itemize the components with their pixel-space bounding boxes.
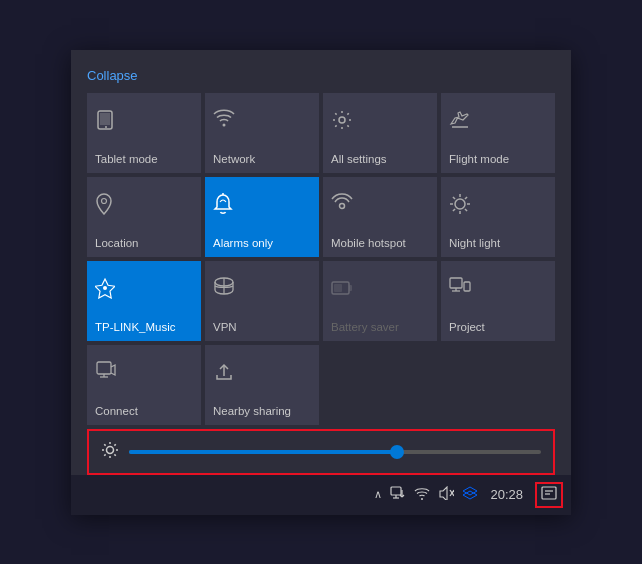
tile-location-label: Location [95, 237, 138, 251]
connect-icon [95, 361, 117, 386]
tp-link-icon [95, 277, 115, 304]
tile-tp-link[interactable]: TP-LINK_Music [87, 261, 201, 341]
svg-line-36 [104, 444, 105, 445]
svg-rect-24 [450, 278, 462, 288]
tile-vpn[interactable]: VPN [205, 261, 319, 341]
tiles-row-4: Connect Nearby sharing [87, 345, 555, 425]
svg-rect-22 [349, 285, 352, 291]
tile-battery-saver-label: Battery saver [331, 321, 399, 335]
svg-rect-23 [334, 284, 342, 292]
tile-project[interactable]: Project [441, 261, 555, 341]
taskbar-icon-wifi [414, 486, 430, 503]
action-center-button[interactable] [535, 482, 563, 508]
action-center-panel: Collapse Tablet mode [71, 50, 571, 475]
svg-point-3 [223, 123, 226, 126]
tile-location[interactable]: Location [87, 177, 201, 257]
svg-point-31 [107, 446, 114, 453]
tiles-row-3: TP-LINK_Music VPN [87, 261, 555, 341]
taskbar: ∧ [71, 475, 571, 515]
tile-mobile-hotspot-label: Mobile hotspot [331, 237, 406, 251]
svg-line-14 [453, 196, 455, 198]
svg-point-8 [340, 203, 345, 208]
project-icon [449, 277, 471, 300]
svg-line-15 [465, 208, 467, 210]
svg-point-6 [102, 198, 107, 203]
tile-alarms-only[interactable]: Alarms only [205, 177, 319, 257]
tile-night-light[interactable]: Night light [441, 177, 555, 257]
tile-tablet-mode[interactable]: Tablet mode [87, 93, 201, 173]
brightness-icon [101, 441, 119, 463]
tile-flight-mode[interactable]: Flight mode [441, 93, 555, 173]
tile-vpn-label: VPN [213, 321, 237, 335]
svg-line-37 [114, 454, 115, 455]
taskbar-icon-mute [438, 486, 454, 503]
tile-alarms-only-label: Alarms only [213, 237, 273, 251]
tile-connect-label: Connect [95, 405, 138, 419]
tile-network-label: Network [213, 153, 255, 167]
svg-rect-28 [97, 362, 111, 374]
tile-tp-link-label: TP-LINK_Music [95, 321, 176, 335]
nearby-sharing-icon [213, 361, 235, 388]
svg-rect-40 [391, 487, 401, 495]
tile-all-settings[interactable]: All settings [323, 93, 437, 173]
svg-point-9 [455, 199, 465, 209]
brightness-slider-track[interactable] [129, 450, 541, 454]
taskbar-time: 20:28 [490, 487, 523, 502]
svg-point-18 [103, 286, 107, 290]
vpn-icon [213, 277, 235, 300]
svg-line-39 [114, 444, 115, 445]
svg-rect-25 [464, 282, 470, 291]
svg-point-4 [339, 117, 345, 123]
all-settings-icon [331, 109, 353, 136]
system-tray-expand[interactable]: ∧ [374, 488, 382, 501]
mobile-hotspot-icon [331, 193, 353, 216]
tile-nearby-sharing-label: Nearby sharing [213, 405, 291, 419]
night-light-icon [449, 193, 471, 220]
tiles-row-1: Tablet mode Network [87, 93, 555, 173]
svg-line-38 [104, 454, 105, 455]
tile-mobile-hotspot[interactable]: Mobile hotspot [323, 177, 437, 257]
svg-point-43 [421, 498, 423, 500]
tiles-row-2: Location Alarms only [87, 177, 555, 257]
svg-line-16 [453, 208, 455, 210]
tablet-mode-icon [95, 109, 117, 137]
tile-flight-mode-label: Flight mode [449, 153, 509, 167]
svg-rect-1 [100, 113, 110, 125]
tile-project-label: Project [449, 321, 485, 335]
flight-mode-icon [449, 109, 471, 136]
tile-all-settings-label: All settings [331, 153, 387, 167]
location-icon [95, 193, 113, 220]
network-icon [213, 109, 235, 132]
brightness-slider-thumb[interactable] [390, 445, 404, 459]
tile-connect[interactable]: Connect [87, 345, 201, 425]
taskbar-icon-dropbox [462, 486, 478, 503]
taskbar-icon-screen [390, 486, 406, 503]
tile-tablet-mode-label: Tablet mode [95, 153, 158, 167]
tile-battery-saver[interactable]: Battery saver [323, 261, 437, 341]
tile-nearby-sharing[interactable]: Nearby sharing [205, 345, 319, 425]
tile-network[interactable]: Network [205, 93, 319, 173]
brightness-slider-fill [129, 450, 397, 454]
collapse-button[interactable]: Collapse [87, 68, 138, 83]
battery-saver-icon [331, 277, 353, 300]
svg-line-17 [465, 196, 467, 198]
tile-night-light-label: Night light [449, 237, 500, 251]
svg-rect-48 [542, 487, 556, 499]
alarms-only-icon [213, 193, 233, 220]
brightness-slider-container [87, 429, 555, 475]
